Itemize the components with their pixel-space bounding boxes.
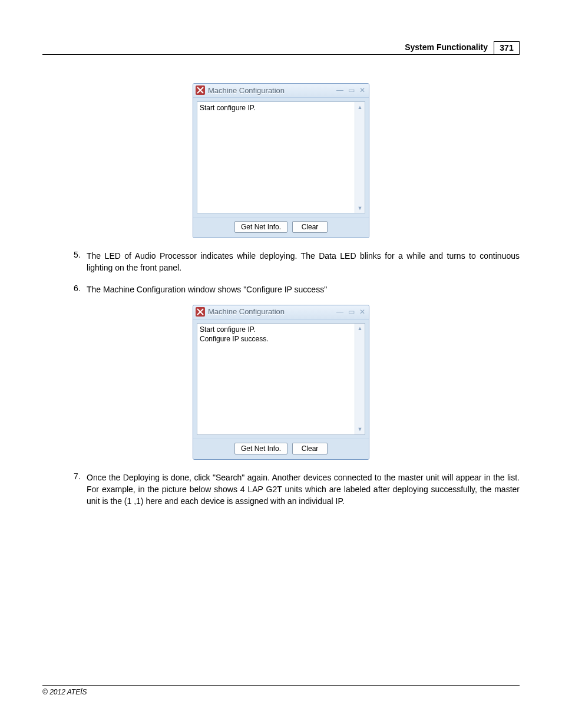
- window-title: Machine Configuration: [208, 307, 336, 316]
- close-icon[interactable]: ✕: [359, 87, 365, 94]
- get-net-info-button[interactable]: Get Net Info.: [234, 443, 287, 454]
- log-content: Start configure IP.: [197, 102, 355, 213]
- list-item-6: 6. The Machine Configuration window show…: [74, 284, 520, 295]
- vertical-scrollbar[interactable]: ▲ ▼: [355, 102, 365, 213]
- list-number: 5.: [74, 250, 87, 274]
- list-item-7: 7. Once the Deploying is done, click "Se…: [74, 472, 520, 508]
- app-icon: [196, 307, 205, 317]
- list-text: The Machine Configuration window shows "…: [87, 284, 520, 295]
- log-content: Start configure IP. Configure IP success…: [197, 324, 355, 434]
- window-titlebar[interactable]: Machine Configuration — ▭ ✕: [193, 84, 369, 98]
- machine-configuration-window-1: Machine Configuration — ▭ ✕ Start config…: [193, 83, 369, 238]
- maximize-icon[interactable]: ▭: [348, 87, 355, 94]
- vertical-scrollbar[interactable]: ▲ ▼: [355, 324, 365, 434]
- list-text: Once the Deploying is done, click "Searc…: [87, 472, 520, 508]
- maximize-icon[interactable]: ▭: [348, 308, 355, 315]
- page-footer: © 2012 ATEÏS: [42, 685, 520, 696]
- list-item-5: 5. The LED of Audio Processor indicates …: [74, 250, 520, 274]
- window-title: Machine Configuration: [208, 86, 336, 95]
- list-text: The LED of Audio Processor indicates whi…: [87, 250, 520, 274]
- minimize-icon[interactable]: —: [336, 308, 343, 315]
- scroll-down-icon[interactable]: ▼: [355, 203, 365, 213]
- scroll-up-icon[interactable]: ▲: [355, 324, 365, 334]
- scroll-up-icon[interactable]: ▲: [355, 102, 365, 112]
- list-number: 6.: [74, 284, 87, 295]
- machine-configuration-window-2: Machine Configuration — ▭ ✕ Start config…: [193, 305, 369, 460]
- log-textarea[interactable]: Start configure IP. ▲ ▼: [197, 101, 365, 213]
- close-icon[interactable]: ✕: [359, 308, 365, 315]
- log-textarea[interactable]: Start configure IP. Configure IP success…: [197, 323, 365, 435]
- page-header: System Functionality 371: [42, 41, 520, 55]
- scroll-down-icon[interactable]: ▼: [355, 424, 365, 434]
- clear-button[interactable]: Clear: [292, 443, 328, 454]
- get-net-info-button[interactable]: Get Net Info.: [234, 221, 287, 233]
- header-page-number: 371: [494, 41, 520, 55]
- minimize-icon[interactable]: —: [336, 87, 343, 94]
- window-titlebar[interactable]: Machine Configuration — ▭ ✕: [193, 305, 369, 319]
- app-icon: [196, 85, 205, 95]
- header-section-title: System Functionality: [405, 41, 494, 52]
- clear-button[interactable]: Clear: [292, 221, 328, 233]
- list-number: 7.: [74, 472, 87, 508]
- copyright-text: © 2012 ATEÏS: [42, 688, 87, 696]
